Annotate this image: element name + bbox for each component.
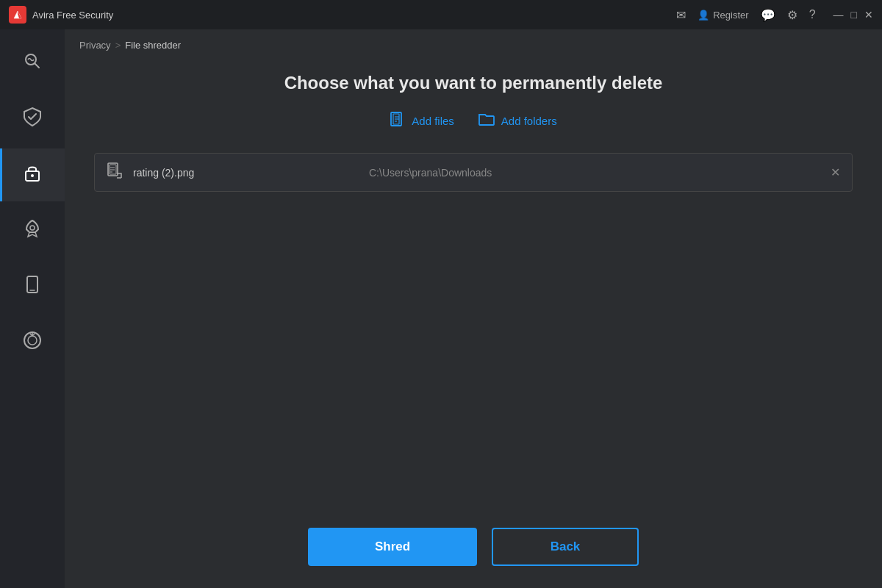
- breadcrumb-parent[interactable]: Privacy: [79, 40, 111, 51]
- chat-icon[interactable]: 💬: [761, 8, 775, 22]
- breadcrumb-separator: >: [115, 40, 121, 51]
- content-area: Privacy > File shredder Choose what you …: [65, 29, 882, 588]
- sidebar-item-scan[interactable]: [0, 37, 65, 90]
- file-list: rating (2).png C:\Users\prana\Downloads …: [94, 153, 853, 192]
- action-buttons: Add files Add folders: [390, 111, 556, 131]
- sidebar-item-device[interactable]: [0, 260, 65, 313]
- svg-point-6: [30, 226, 35, 230]
- sidebar-item-performance[interactable]: [0, 204, 65, 257]
- avira-logo: [9, 6, 26, 24]
- sidebar-item-protection[interactable]: [0, 93, 65, 146]
- svg-point-5: [31, 174, 34, 177]
- add-folders-button[interactable]: Add folders: [478, 111, 557, 131]
- lock-icon: [24, 163, 40, 187]
- minimize-button[interactable]: —: [833, 9, 844, 21]
- help-icon[interactable]: ?: [809, 8, 816, 21]
- svg-line-3: [35, 64, 40, 68]
- table-row: rating (2).png C:\Users\prana\Downloads …: [95, 154, 852, 191]
- add-folders-label: Add folders: [501, 115, 557, 127]
- add-files-label: Add files: [412, 115, 454, 127]
- back-button[interactable]: Back: [492, 528, 639, 566]
- maximize-button[interactable]: □: [851, 9, 857, 21]
- window-controls: — □ ✕: [833, 9, 873, 21]
- sidebar-item-update[interactable]: [0, 316, 65, 369]
- device-icon: [26, 275, 39, 298]
- file-name: rating (2).png: [133, 167, 359, 179]
- add-files-icon: [390, 111, 406, 131]
- title-bar-left: Avira Free Security: [9, 6, 113, 24]
- file-path: C:\Users\prana\Downloads: [369, 167, 820, 179]
- app-body: Privacy > File shredder Choose what you …: [0, 29, 882, 588]
- file-shred-icon: [107, 162, 123, 182]
- sidebar: [0, 29, 65, 588]
- title-bar: Avira Free Security ✉ 👤 Register 💬 ⚙ ? —…: [0, 0, 882, 29]
- bottom-actions: Shred Back: [65, 513, 882, 588]
- add-files-button[interactable]: Add files: [390, 111, 454, 131]
- shred-button[interactable]: Shred: [308, 528, 477, 566]
- scan-icon: [23, 51, 42, 75]
- settings-icon[interactable]: ⚙: [787, 8, 797, 22]
- sidebar-item-privacy[interactable]: [0, 148, 65, 201]
- register-button[interactable]: 👤 Register: [698, 10, 748, 21]
- update-icon: [22, 330, 43, 355]
- add-folders-icon: [478, 112, 495, 130]
- breadcrumb-current: File shredder: [125, 40, 181, 51]
- title-bar-right: ✉ 👤 Register 💬 ⚙ ? — □ ✕: [676, 8, 873, 22]
- mail-icon[interactable]: ✉: [676, 8, 686, 22]
- app-title: Avira Free Security: [32, 10, 113, 21]
- shield-icon: [23, 107, 42, 132]
- svg-point-10: [28, 336, 37, 345]
- breadcrumb: Privacy > File shredder: [65, 29, 882, 58]
- main-content: Choose what you want to permanently dele…: [65, 58, 882, 513]
- file-remove-button[interactable]: ✕: [831, 165, 840, 179]
- page-title: Choose what you want to permanently dele…: [284, 73, 663, 93]
- account-icon: 👤: [698, 10, 709, 21]
- close-button[interactable]: ✕: [864, 9, 873, 21]
- rocket-icon: [24, 219, 41, 243]
